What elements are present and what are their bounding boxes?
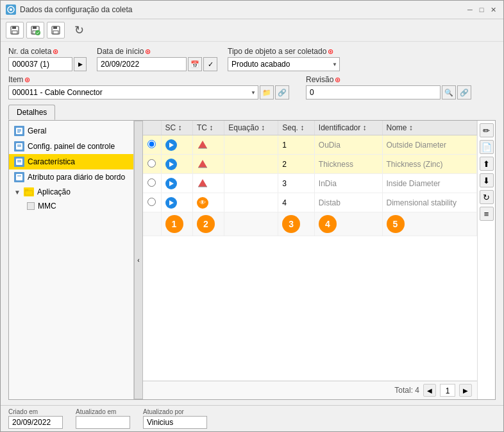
- atributo-icon: [14, 172, 24, 182]
- tree-arrow-icon: ▼: [14, 189, 21, 196]
- th-identificador[interactable]: Identificador ↕: [314, 121, 382, 135]
- tipo-objeto-select-wrapper: Produto acabado: [228, 57, 340, 71]
- table-row: 👁 4 Distab Dimensional stability: [143, 193, 477, 212]
- row1-eq: [224, 135, 278, 155]
- atributo-label: Atributo para diário de bordo: [28, 173, 125, 182]
- list-button[interactable]: ≡: [480, 207, 494, 221]
- row1-id: OuDia: [314, 135, 382, 155]
- th-sc[interactable]: SC ↕: [161, 121, 192, 135]
- close-button[interactable]: ✕: [488, 4, 498, 15]
- atualizado-value[interactable]: [76, 416, 130, 429]
- nr-coleta-group: Nr. da coleta⊛ ▶: [8, 47, 87, 71]
- row4-name: Dimensional stability: [382, 193, 476, 212]
- criado-label: Criado em: [8, 408, 63, 415]
- item-select-wrapper: 000011 - Cable Connector: [8, 85, 258, 99]
- data-inicio-input[interactable]: [97, 57, 187, 71]
- table-footer: Total: 4 ◀ 1 ▶: [143, 381, 477, 399]
- sidebar-item-aplicacao[interactable]: ▼ Aplicação: [9, 185, 133, 199]
- row1-sc-play[interactable]: [165, 139, 177, 151]
- svg-rect-6: [33, 26, 37, 29]
- page-next-button[interactable]: ▶: [459, 384, 472, 397]
- sidebar-item-config[interactable]: Config. painel de controle: [9, 139, 133, 154]
- row2-sc-play[interactable]: [165, 159, 177, 170]
- sidebar-item-geral[interactable]: Geral: [9, 123, 133, 139]
- row4-tc: 👁: [192, 193, 224, 212]
- row2-tc: [192, 155, 224, 174]
- down-button[interactable]: ⬇: [480, 173, 494, 187]
- page-prev-button[interactable]: ◀: [423, 384, 436, 397]
- up-button[interactable]: ⬆: [480, 157, 494, 171]
- item-input-row: 000011 - Cable Connector 📁 🔗: [8, 85, 289, 99]
- revisao-link-button[interactable]: 🔗: [457, 85, 471, 99]
- mmc-icon: [27, 202, 35, 210]
- maximize-button[interactable]: □: [476, 4, 487, 15]
- revisao-group: Revisão⊛ 🔍 🔗: [306, 75, 471, 99]
- form-row-1: Nr. da coleta⊛ ▶ Data de início⊛ 📅 ✓: [8, 47, 496, 71]
- calendar-button[interactable]: 📅: [188, 57, 202, 71]
- sidebar-item-caracteristica[interactable]: Característica: [9, 154, 133, 169]
- badge-empty: [143, 212, 161, 236]
- nr-coleta-nav-button[interactable]: ▶: [74, 57, 87, 71]
- row1-seq: 1: [278, 135, 315, 155]
- row4-sc-play[interactable]: [165, 197, 177, 209]
- row2-radio[interactable]: [147, 159, 156, 168]
- badge-3-cell: 3: [278, 212, 315, 236]
- sidebar-collapse-button[interactable]: ‹: [134, 121, 143, 399]
- tab-detalhes[interactable]: Detalhes: [8, 105, 55, 120]
- row2-radio-cell[interactable]: [143, 155, 161, 174]
- sidebar-item-atributo[interactable]: Atributo para diário de bordo: [9, 169, 133, 185]
- badge-empty2: [224, 212, 278, 236]
- save-button-2[interactable]: [26, 22, 44, 39]
- badge-5: 5: [387, 215, 405, 233]
- tab-area: Detalhes: [8, 105, 496, 120]
- row3-radio[interactable]: [147, 178, 156, 187]
- svg-marker-24: [198, 141, 207, 148]
- row1-radio[interactable]: [147, 140, 156, 148]
- th-select: [143, 121, 161, 135]
- row3-tc: [192, 174, 224, 193]
- refresh-button[interactable]: ↻: [70, 22, 88, 39]
- data-inicio-group: Data de início⊛ 📅 ✓: [97, 47, 217, 71]
- row3-sc-play[interactable]: [165, 178, 177, 189]
- row1-radio-cell[interactable]: [143, 135, 161, 155]
- badge-5-cell: 5: [382, 212, 476, 236]
- th-nome[interactable]: Nome ↕: [382, 121, 476, 135]
- minimize-button[interactable]: ─: [465, 4, 475, 15]
- edit-button[interactable]: ✏: [480, 123, 494, 137]
- status-bar: Criado em Atualizado em Atualizado por: [1, 405, 503, 431]
- sidebar-item-mmc[interactable]: MMC: [9, 199, 133, 213]
- data-table: SC ↕ TC ↕ Equação ↕ Seq. ↕ Identificador…: [143, 121, 477, 236]
- item-label: Item⊛: [8, 75, 289, 84]
- revisao-search-button[interactable]: 🔍: [442, 85, 456, 99]
- refresh-table-button[interactable]: ↻: [480, 190, 494, 204]
- check-button[interactable]: ✓: [203, 57, 217, 71]
- content-panel: Geral Config. painel de controle Caracte…: [8, 120, 496, 400]
- row4-seq: 4: [278, 193, 315, 212]
- por-value[interactable]: [143, 416, 207, 429]
- revisao-input[interactable]: [306, 85, 441, 99]
- nr-coleta-input[interactable]: [8, 57, 72, 71]
- th-tc[interactable]: TC ↕: [192, 121, 224, 135]
- save-button-1[interactable]: [6, 22, 24, 39]
- row3-name: Inside Diameter: [382, 174, 476, 193]
- document-button[interactable]: 📄: [480, 140, 494, 154]
- row4-radio-cell[interactable]: [143, 193, 161, 212]
- tipo-objeto-select[interactable]: Produto acabado: [228, 57, 340, 71]
- row3-radio-cell[interactable]: [143, 174, 161, 193]
- svg-marker-26: [198, 160, 207, 168]
- th-equacao[interactable]: Equação ↕: [224, 121, 278, 135]
- item-link-button[interactable]: 🔗: [275, 85, 289, 99]
- criado-value[interactable]: [8, 416, 63, 429]
- svg-point-8: [35, 30, 40, 35]
- th-seq[interactable]: Seq. ↕: [278, 121, 315, 135]
- row4-radio[interactable]: [147, 198, 156, 206]
- row3-id: InDia: [314, 174, 382, 193]
- item-select[interactable]: 000011 - Cable Connector: [8, 85, 258, 99]
- data-inicio-label: Data de início⊛: [97, 47, 217, 56]
- row4-sc: [161, 193, 192, 212]
- data-inicio-input-row: 📅 ✓: [97, 57, 217, 71]
- nr-coleta-input-row: ▶: [8, 57, 87, 71]
- badge-row: 1 2 3 4: [143, 212, 477, 236]
- save-button-3[interactable]: [47, 22, 65, 39]
- item-folder-button[interactable]: 📁: [260, 85, 274, 99]
